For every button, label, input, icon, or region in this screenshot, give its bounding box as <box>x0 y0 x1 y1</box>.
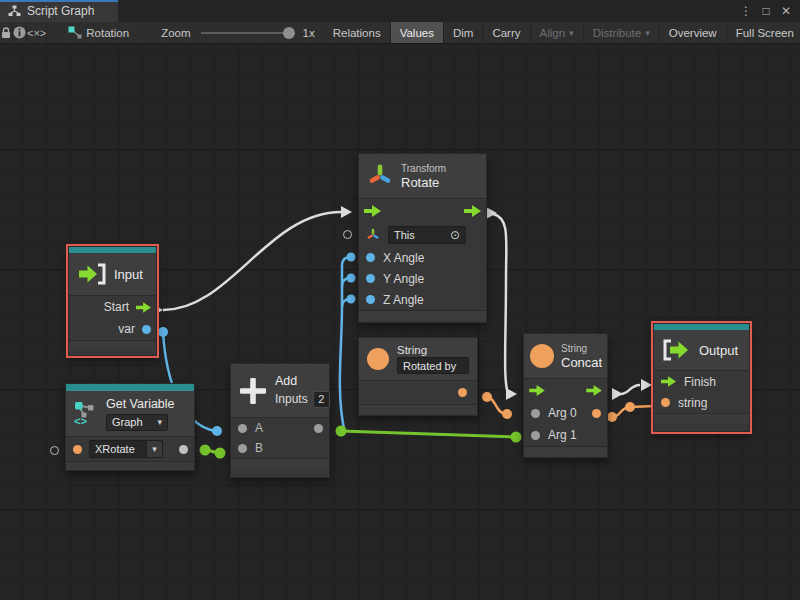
value-port[interactable] <box>142 325 151 334</box>
chevron-down-icon: ▾ <box>157 417 162 427</box>
node-title: Concat <box>561 355 602 370</box>
unconnected-port-ring[interactable] <box>50 446 59 455</box>
chevron-down-icon: ▾ <box>569 28 574 38</box>
tab-script-graph[interactable]: Script Graph <box>0 0 118 22</box>
maximize-icon[interactable]: □ <box>758 4 774 18</box>
graph-canvas[interactable]: Transform Rotate This ⊙ <box>0 44 800 600</box>
flow-out-port[interactable] <box>464 205 481 217</box>
fullscreen-button[interactable]: Full Screen <box>727 22 800 43</box>
overview-button[interactable]: Overview <box>660 22 727 43</box>
dim-button[interactable]: Dim <box>444 22 483 43</box>
visual-scripting-window: Script Graph ⋮ □ ✕ <×> <box>0 0 800 600</box>
variable-scope-dropdown[interactable]: Graph ▾ <box>106 414 168 431</box>
variable-dropdown-button[interactable]: ▾ <box>147 440 163 458</box>
port-label: X Angle <box>383 251 424 265</box>
value-output-port[interactable] <box>458 388 467 397</box>
info-icon <box>13 26 26 39</box>
graph-icon <box>8 5 21 17</box>
value-port[interactable] <box>73 445 82 454</box>
value-port[interactable] <box>366 253 375 262</box>
port-label: var <box>118 322 135 336</box>
wire-cap <box>625 402 635 412</box>
string-value-field[interactable]: Rotated by <box>397 357 469 374</box>
code-preview-button[interactable]: <×> <box>27 22 47 43</box>
inputs-count: 2 <box>318 393 324 405</box>
distribute-button[interactable]: Distribute ▾ <box>584 22 660 43</box>
port-label: B <box>255 441 263 455</box>
flow-out-port[interactable] <box>586 385 602 396</box>
variable-name-field[interactable]: XRotate <box>89 440 147 458</box>
node-string-literal[interactable]: String Rotated by <box>358 337 478 416</box>
wire-rotate-to-concat[interactable] <box>493 214 508 393</box>
arg1-row: Arg 1 <box>524 424 607 446</box>
chevron-down-icon: ▾ <box>152 444 157 454</box>
scope-value: Graph <box>112 416 143 428</box>
value-output-port[interactable] <box>179 445 188 454</box>
value-port[interactable] <box>238 444 247 453</box>
port-label: Arg 1 <box>548 428 577 442</box>
object-picker-icon[interactable]: ⊙ <box>450 228 460 242</box>
wire-add-to-concat-arg1[interactable] <box>341 431 516 437</box>
wire-cap <box>347 253 356 262</box>
values-button[interactable]: Values <box>391 22 444 43</box>
node-add[interactable]: Add Inputs 2 A B <box>230 363 330 478</box>
carry-button[interactable]: Carry <box>483 22 530 43</box>
wire-cap <box>511 432 522 443</box>
flow-in-port[interactable] <box>364 205 381 217</box>
inputs-count-field[interactable]: 2 <box>313 391 330 408</box>
node-footer <box>654 413 749 423</box>
align-button[interactable]: Align ▾ <box>531 22 584 43</box>
string-type-icon <box>367 348 389 370</box>
node-get-variable[interactable]: <> Get Variable Graph ▾ XRotate <box>65 383 195 471</box>
unit-color-strip <box>66 384 194 391</box>
wire-cap <box>612 388 623 400</box>
zoom-slider-knob[interactable] <box>283 27 295 39</box>
var-port-row: var <box>69 318 156 340</box>
this-object-field[interactable]: This ⊙ <box>388 226 466 244</box>
node-transform-rotate[interactable]: Transform Rotate This ⊙ <box>358 153 487 323</box>
flow-out-port[interactable] <box>136 302 151 313</box>
zoom-slider[interactable] <box>201 32 293 34</box>
node-footer <box>66 461 194 470</box>
node-title: Output <box>699 343 738 358</box>
unconnected-port-ring[interactable] <box>343 230 352 239</box>
active-tab-highlight <box>0 0 118 2</box>
wire-cap <box>482 392 492 402</box>
lock-button[interactable] <box>0 22 13 43</box>
value-port[interactable] <box>366 295 375 304</box>
string-value: Rotated by <box>403 360 456 372</box>
node-output[interactable]: Output Finish string <box>653 323 750 432</box>
zoom-label: Zoom <box>161 27 190 39</box>
port-label: string <box>678 396 707 410</box>
wire-arrowhead <box>341 206 352 218</box>
lock-icon <box>0 26 12 39</box>
value-port[interactable] <box>238 424 247 433</box>
value-output-port[interactable] <box>314 424 323 433</box>
chevron-down-icon: ▾ <box>645 28 650 38</box>
value-port[interactable] <box>531 409 540 418</box>
node-string-concat[interactable]: String Concat Arg 0 Arg 1 <box>523 333 608 458</box>
value-port[interactable] <box>531 431 540 440</box>
info-button[interactable] <box>13 22 27 43</box>
wire-start-to-rotate[interactable] <box>163 212 341 310</box>
svg-text:<>: <> <box>74 416 88 427</box>
value-port[interactable] <box>366 274 375 283</box>
rotation-state-icon <box>68 26 82 39</box>
wire-cap <box>158 327 168 337</box>
wire-cap <box>486 207 497 219</box>
wire-cap <box>215 448 226 459</box>
more-icon[interactable]: ⋮ <box>738 4 754 18</box>
flow-in-port[interactable] <box>529 385 545 396</box>
close-icon[interactable]: ✕ <box>778 4 794 18</box>
relations-label: Relations <box>333 27 381 39</box>
value-port[interactable] <box>661 398 670 407</box>
relations-button[interactable]: Relations <box>324 22 391 43</box>
node-footer <box>69 340 156 350</box>
this-field-value: This <box>394 229 415 241</box>
arg0-row: Arg 0 <box>524 402 607 424</box>
node-input[interactable]: Input Start var <box>68 246 157 356</box>
flow-in-port[interactable] <box>661 376 676 387</box>
y-angle-row: Y Angle <box>359 268 486 289</box>
wire-concat-to-output[interactable] <box>621 385 640 394</box>
value-output-port[interactable] <box>592 409 601 418</box>
